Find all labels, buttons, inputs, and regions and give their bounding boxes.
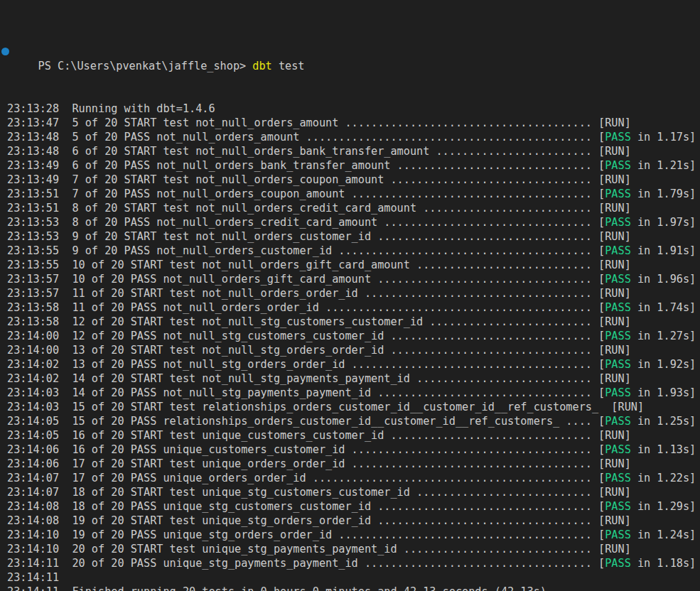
command-prompt-line: PS C:\Users\pvenkat\jaffle_shop> dbt tes… — [7, 45, 700, 59]
log-line: 23:14:05 16 of 20 START test unique_cust… — [7, 428, 700, 443]
log-line: 23:14:11 20 of 20 PASS unique_stg_paymen… — [7, 556, 700, 570]
command-args: test — [272, 60, 305, 72]
log-line: 23:14:00 13 of 20 START test not_null_st… — [7, 343, 700, 357]
prompt-text: PS C:\Users\pvenkat\jaffle_shop> — [38, 60, 253, 72]
log-line: 23:14:08 19 of 20 START test unique_stg_… — [7, 514, 700, 528]
log-line: 23:13:57 10 of 20 PASS not_null_orders_g… — [7, 272, 700, 286]
log-line: 23:13:53 9 of 20 START test not_null_ord… — [7, 229, 700, 244]
log-line: 23:14:03 15 of 20 START test relationshi… — [7, 400, 700, 414]
log-line: 23:14:10 20 of 20 START test unique_stg_… — [7, 542, 700, 556]
log-line: 23:13:49 7 of 20 START test not_null_ord… — [7, 173, 700, 187]
log-line: 23:13:53 8 of 20 PASS not_null_orders_cr… — [7, 215, 700, 229]
log-lines: 23:13:28 Running with dbt=1.4.623:13:47 … — [7, 102, 700, 591]
log-line: 23:13:58 11 of 20 PASS not_null_orders_o… — [7, 300, 700, 315]
log-line: 23:14:10 19 of 20 PASS unique_stg_orders… — [7, 528, 700, 542]
log-line: 23:13:47 5 of 20 START test not_null_ord… — [7, 116, 700, 130]
log-line: 23:13:49 6 of 20 PASS not_null_orders_ba… — [7, 158, 700, 173]
log-line: 23:14:02 13 of 20 PASS not_null_stg_orde… — [7, 357, 700, 372]
log-line: 23:13:58 12 of 20 START test not_null_st… — [7, 315, 700, 329]
log-line: 23:14:06 16 of 20 PASS unique_customers_… — [7, 443, 700, 457]
log-line: 23:14:07 18 of 20 START test unique_stg_… — [7, 485, 700, 499]
log-line: 23:14:06 17 of 20 START test unique_orde… — [7, 457, 700, 471]
log-line: 23:14:08 18 of 20 PASS unique_stg_custom… — [7, 499, 700, 514]
command-decoration-dot — [1, 48, 9, 55]
log-line: 23:14:03 14 of 20 PASS not_null_stg_paym… — [7, 386, 700, 400]
log-line: 23:13:48 6 of 20 START test not_null_ord… — [7, 144, 700, 158]
terminal[interactable]: PS C:\Users\pvenkat\jaffle_shop> dbt tes… — [0, 0, 700, 591]
log-line: 23:14:00 12 of 20 PASS not_null_stg_cust… — [7, 329, 700, 343]
log-line: 23:13:51 8 of 20 START test not_null_ord… — [7, 201, 700, 215]
log-line: 23:14:07 17 of 20 PASS unique_orders_ord… — [7, 471, 700, 485]
log-line: 23:14:11 — [7, 570, 700, 585]
command-name: dbt — [252, 60, 271, 72]
log-line: 23:14:02 14 of 20 START test not_null_st… — [7, 372, 700, 386]
log-line: 23:13:55 10 of 20 START test not_null_or… — [7, 258, 700, 272]
log-line: 23:13:57 11 of 20 START test not_null_or… — [7, 286, 700, 300]
log-line: 23:13:51 7 of 20 PASS not_null_orders_co… — [7, 187, 700, 201]
log-line: 23:13:55 9 of 20 PASS not_null_orders_cu… — [7, 244, 700, 258]
log-line: 23:13:48 5 of 20 PASS not_null_orders_am… — [7, 130, 700, 144]
log-line: 23:14:05 15 of 20 PASS relationships_ord… — [7, 414, 700, 428]
log-line: 23:14:11 Finished running 20 tests in 0 … — [7, 585, 700, 591]
log-line: 23:13:28 Running with dbt=1.4.6 — [7, 102, 700, 116]
